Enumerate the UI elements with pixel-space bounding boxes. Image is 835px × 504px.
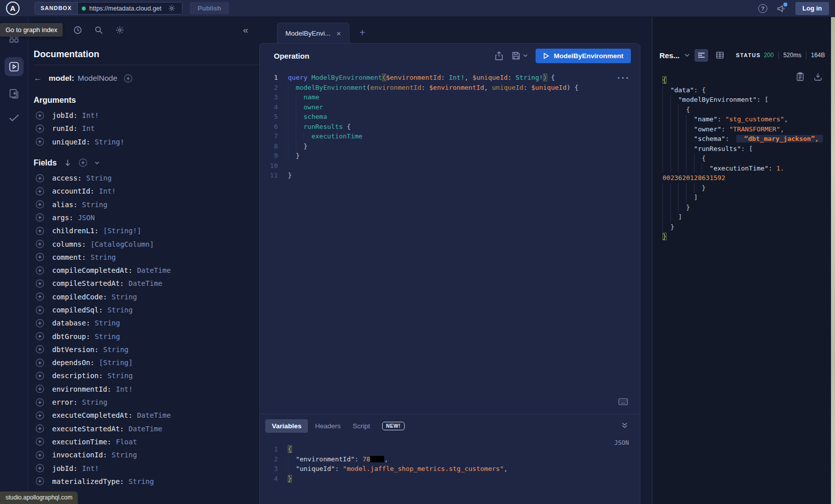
collections-nav-icon[interactable] (9, 88, 20, 101)
add-field-plus-icon[interactable] (36, 411, 44, 420)
field-row[interactable]: args:JSON (34, 211, 259, 224)
add-field-plus-icon[interactable] (36, 398, 44, 407)
add-field-plus-icon[interactable] (36, 319, 44, 327)
field-row[interactable]: dbtGroup:String (34, 329, 259, 343)
operation-tab[interactable]: ModelByEnvi... × (277, 23, 350, 43)
settings-gear-icon[interactable] (115, 26, 124, 35)
add-field-plus-icon[interactable] (36, 279, 44, 288)
new-tab-icon[interactable]: + (360, 27, 366, 39)
add-fields-icon[interactable] (79, 158, 87, 167)
add-field-plus-icon[interactable] (36, 451, 44, 459)
field-row[interactable]: columns:[CatalogColumn] (34, 237, 259, 250)
checklist-nav-icon[interactable] (8, 113, 20, 124)
field-row[interactable]: comment:String (34, 251, 259, 264)
add-field-plus-icon[interactable] (36, 137, 44, 146)
add-field-plus-icon[interactable] (36, 174, 44, 183)
add-field-plus-icon[interactable] (36, 345, 44, 354)
collapse-panel-chevrons-icon[interactable] (621, 421, 628, 430)
field-row[interactable]: jobId:Int! (34, 461, 259, 474)
add-field-plus-icon[interactable] (36, 437, 44, 446)
add-field-plus-icon[interactable] (36, 213, 44, 222)
field-row[interactable]: error:String (34, 396, 259, 409)
add-field-plus-icon[interactable] (36, 187, 44, 196)
field-row[interactable]: environmentId:Int! (34, 383, 259, 396)
save-dropdown-chevron-icon[interactable] (523, 54, 528, 57)
response-dropdown-chevron-icon[interactable] (685, 54, 690, 57)
code-line: } (662, 183, 831, 193)
add-field-plus-icon[interactable] (36, 200, 44, 209)
collapse-sidebar-icon[interactable]: « (243, 25, 247, 36)
add-field-plus-icon[interactable] (36, 464, 44, 472)
download-response-icon[interactable] (814, 72, 822, 81)
publish-button[interactable]: Publish (190, 2, 229, 15)
run-operation-button[interactable]: ModelByEnvironment (536, 49, 631, 63)
variables-editor[interactable]: JSON 1{2"environmentId": 78,3"uniqueId":… (260, 437, 640, 504)
add-field-plus-icon[interactable] (36, 266, 44, 275)
endpoint-settings-gear-icon[interactable] (168, 5, 176, 12)
editor-menu-icon[interactable]: ••• (617, 75, 630, 81)
field-row[interactable]: access:String (34, 172, 259, 185)
add-field-plus-icon[interactable] (36, 227, 44, 235)
apollo-logo[interactable]: A (6, 2, 20, 15)
help-icon[interactable]: ? (758, 4, 767, 13)
fields-options-chevron-icon[interactable] (95, 161, 99, 164)
tree-view-toggle-icon[interactable] (695, 49, 708, 62)
history-icon[interactable] (73, 26, 82, 35)
add-field-plus-icon[interactable] (36, 359, 44, 367)
field-row[interactable]: compileStartedAt:DateTime (34, 277, 259, 290)
request-tab-script[interactable]: Script (353, 422, 370, 430)
operation-editor[interactable]: 1query ModelByEnvironment($environmentId… (260, 68, 640, 414)
left-rail (0, 17, 29, 504)
field-row[interactable]: database:String (34, 316, 259, 329)
add-field-plus-icon[interactable] (36, 477, 44, 485)
close-tab-icon[interactable]: × (337, 29, 341, 38)
explorer-nav-icon[interactable] (5, 57, 24, 76)
share-icon[interactable] (494, 51, 504, 61)
add-all-fields-icon[interactable] (124, 74, 132, 83)
docs-divider (34, 65, 259, 65)
field-row[interactable]: compiledCode:String (34, 290, 259, 303)
request-tab-variables[interactable]: Variables (265, 419, 308, 433)
keyboard-shortcuts-icon[interactable] (618, 398, 628, 407)
field-row[interactable]: executeCompletedAt:DateTime (34, 409, 259, 422)
field-row[interactable]: dbtVersion:String (34, 343, 259, 356)
field-name: dbtGroup: (52, 332, 90, 341)
docs-toolbar: « (29, 17, 259, 43)
field-row[interactable]: executeStartedAt:DateTime (34, 422, 259, 435)
save-icon[interactable] (512, 51, 521, 60)
field-row[interactable]: materializedType:String (34, 475, 259, 488)
sort-fields-icon[interactable] (64, 159, 71, 166)
add-field-plus-icon[interactable] (36, 253, 44, 261)
field-row[interactable]: invocationId:String (34, 448, 259, 461)
add-field-plus-icon[interactable] (36, 306, 44, 314)
copy-response-icon[interactable] (796, 72, 804, 81)
field-row[interactable]: executionTime:Float (34, 435, 259, 448)
argument-row[interactable]: runId:Int (34, 122, 259, 135)
add-field-plus-icon[interactable] (36, 385, 44, 393)
response-dropdown-label[interactable]: Res... (659, 51, 680, 60)
argument-row[interactable]: uniqueId:String! (34, 135, 259, 148)
announcements-icon[interactable] (776, 4, 786, 14)
search-icon[interactable] (94, 26, 103, 35)
field-row[interactable]: dependsOn:[String] (34, 356, 259, 369)
field-row[interactable]: accountId:Int! (34, 185, 259, 198)
add-field-plus-icon[interactable] (36, 124, 44, 133)
field-row[interactable]: childrenL1:[String!] (34, 224, 259, 237)
table-view-toggle-icon[interactable] (713, 49, 727, 62)
login-button[interactable]: Log in (795, 2, 829, 15)
field-row[interactable]: alias:String (34, 198, 259, 211)
request-tab-headers[interactable]: Headers (315, 422, 341, 430)
field-row[interactable]: description:String (34, 369, 259, 382)
breadcrumb-type[interactable]: ModelNode (78, 74, 117, 83)
add-field-plus-icon[interactable] (36, 111, 44, 120)
add-field-plus-icon[interactable] (36, 240, 44, 248)
add-field-plus-icon[interactable] (36, 424, 44, 433)
add-field-plus-icon[interactable] (36, 372, 44, 380)
field-row[interactable]: compiledSql:String (34, 303, 259, 316)
add-field-plus-icon[interactable] (36, 292, 44, 301)
back-arrow-icon[interactable]: ← (34, 73, 42, 83)
field-row[interactable]: compileCompletedAt:DateTime (34, 264, 259, 277)
argument-row[interactable]: jobId:Int! (34, 109, 259, 122)
add-field-plus-icon[interactable] (36, 332, 44, 341)
endpoint-url-input[interactable]: https://metadata.cloud.get (78, 3, 182, 14)
